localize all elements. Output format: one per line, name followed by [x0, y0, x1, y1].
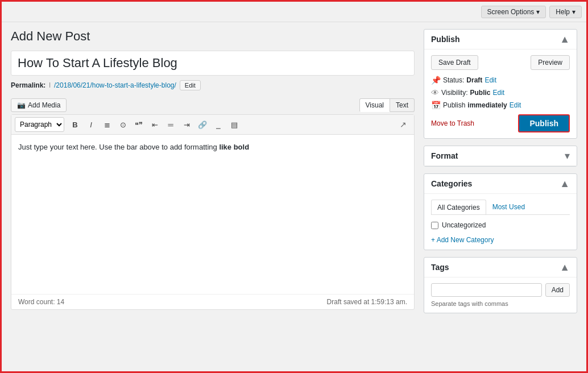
bold-button[interactable]: B — [68, 117, 82, 132]
permalink-url[interactable]: /2018/06/21/how-to-start-a-lifestyle-blo… — [54, 81, 176, 89]
word-count-area: Word count: 14 — [18, 298, 64, 306]
tags-add-button[interactable]: Add — [545, 283, 570, 297]
publish-button[interactable]: Publish — [518, 114, 570, 132]
tab-text[interactable]: Text — [390, 98, 415, 112]
link-button[interactable]: 🔗 — [195, 117, 210, 132]
expand-editor-button[interactable]: ↗ — [396, 117, 411, 132]
permalink-row: Permalink: l /2018/06/21/how-to-start-a-… — [11, 80, 415, 90]
editor-toolbar-top: 📷 Add Media Visual Text — [11, 96, 415, 114]
horizontal-rule-button[interactable]: ⎯ — [211, 117, 226, 132]
help-button[interactable]: Help ▾ — [549, 6, 582, 18]
publish-meta-box: Publish ▲ Save Draft Preview 📌 Status: D… — [424, 29, 577, 139]
publish-time-edit-link[interactable]: Edit — [510, 101, 521, 109]
format-meta-box: Format ▾ — [424, 146, 577, 167]
format-box-header[interactable]: Format ▾ — [424, 146, 577, 166]
status-value: Draft — [466, 76, 482, 84]
categories-box-toggle-icon: ▲ — [560, 179, 570, 189]
top-bar: Screen Options ▾ Help ▾ — [2, 2, 586, 22]
editor-format-bar: Paragraph B I ≣ ⊙ ❝❞ ⇤ ═ ⇥ 🔗 ⎯ ▤ ↗ — [11, 115, 414, 135]
table-button[interactable]: ▤ — [227, 117, 242, 132]
italic-button[interactable]: I — [84, 117, 98, 132]
publish-time-icon: 📅 — [431, 101, 441, 110]
tags-box-body: Add Separate tags with commas — [424, 277, 577, 313]
tags-box-header[interactable]: Tags ▲ — [424, 258, 577, 277]
tags-input-row: Add — [431, 283, 570, 297]
tags-meta-box: Tags ▲ Add Separate tags with commas — [424, 257, 577, 313]
align-right-button[interactable]: ⇥ — [179, 117, 194, 132]
permalink-label: Permalink: — [11, 81, 45, 89]
permalink-edit-button[interactable]: Edit — [180, 80, 201, 90]
categories-box-header[interactable]: Categories ▲ — [424, 174, 577, 194]
page-title: Add New Post — [11, 29, 415, 44]
visibility-icon: 👁 — [431, 88, 439, 97]
help-chevron-icon: ▾ — [572, 8, 575, 16]
publish-time-row: 📅 Publish immediately Edit — [431, 101, 570, 110]
ordered-list-button[interactable]: ⊙ — [115, 117, 130, 132]
right-panel: Publish ▲ Save Draft Preview 📌 Status: D… — [424, 29, 577, 320]
editor-body[interactable]: Just type your text here. Use the bar ab… — [11, 135, 414, 294]
visibility-edit-link[interactable]: Edit — [492, 89, 504, 97]
publish-time-value: immediately — [467, 101, 507, 109]
screen-options-button[interactable]: Screen Options ▾ — [481, 6, 546, 18]
uncategorized-label: Uncategorized — [442, 221, 486, 229]
tags-box-title: Tags — [431, 263, 449, 272]
category-tabs: All Categories Most Used — [431, 200, 570, 215]
all-categories-tab[interactable]: All Categories — [431, 200, 486, 214]
publish-time-label: Publish — [443, 101, 465, 109]
visibility-value: Public — [470, 89, 490, 97]
status-icon: 📌 — [431, 76, 441, 85]
blockquote-button[interactable]: ❝❞ — [131, 117, 146, 132]
post-title-input[interactable] — [11, 51, 415, 76]
unordered-list-button[interactable]: ≣ — [100, 117, 114, 132]
screen-options-label: Screen Options — [487, 8, 535, 16]
preview-button[interactable]: Preview — [531, 55, 570, 70]
status-row: 📌 Status: Draft Edit — [431, 76, 570, 85]
category-list: Uncategorized — [431, 219, 570, 231]
paragraph-select[interactable]: Paragraph — [15, 117, 64, 132]
categories-meta-box: Categories ▲ All Categories Most Used Un… — [424, 173, 577, 250]
draft-saved-status: Draft saved at 1:59:13 am. — [327, 298, 407, 306]
publish-box-header[interactable]: Publish ▲ — [424, 30, 577, 49]
align-center-button[interactable]: ═ — [163, 117, 178, 132]
save-draft-button[interactable]: Save Draft — [431, 55, 478, 70]
list-item: Uncategorized — [431, 219, 570, 231]
visibility-label: Visibility: — [441, 89, 467, 97]
help-label: Help — [556, 8, 570, 16]
add-new-category-link[interactable]: + Add New Category — [431, 236, 494, 244]
format-box-toggle-icon: ▾ — [565, 151, 570, 161]
left-panel: Add New Post Permalink: l /2018/06/21/ho… — [11, 29, 415, 320]
status-label: Status: — [443, 76, 464, 84]
publish-box-body: Save Draft Preview 📌 Status: Draft Edit … — [424, 49, 577, 138]
editor-container: Paragraph B I ≣ ⊙ ❝❞ ⇤ ═ ⇥ 🔗 ⎯ ▤ ↗ — [11, 114, 415, 310]
publish-bottom: Move to Trash Publish — [431, 114, 570, 132]
screen-options-chevron-icon: ▾ — [536, 8, 540, 16]
publish-actions: Save Draft Preview — [431, 55, 570, 70]
visual-text-tabs: Visual Text — [359, 98, 415, 112]
categories-box-body: All Categories Most Used Uncategorized +… — [424, 194, 577, 250]
word-count-value: 14 — [57, 298, 64, 306]
tab-visual[interactable]: Visual — [359, 98, 390, 112]
editor-footer: Word count: 14 Draft saved at 1:59:13 am… — [11, 294, 414, 309]
word-count-label: Word count: — [18, 298, 55, 306]
permalink-prefix: l — [49, 81, 51, 89]
add-media-icon: 📷 — [17, 101, 26, 109]
most-used-tab[interactable]: Most Used — [486, 200, 531, 214]
format-box-title: Format — [431, 151, 458, 160]
status-edit-link[interactable]: Edit — [485, 76, 496, 84]
add-media-button[interactable]: 📷 Add Media — [11, 98, 67, 112]
publish-box-toggle-icon: ▲ — [560, 34, 570, 44]
main-content: Add New Post Permalink: l /2018/06/21/ho… — [2, 22, 586, 327]
uncategorized-checkbox[interactable] — [431, 222, 438, 229]
tags-input[interactable] — [431, 283, 542, 297]
align-left-button[interactable]: ⇤ — [147, 117, 162, 132]
tags-box-toggle-icon: ▲ — [560, 262, 570, 272]
visibility-row: 👁 Visibility: Public Edit — [431, 88, 570, 97]
move-to-trash-link[interactable]: Move to Trash — [431, 119, 474, 127]
categories-box-title: Categories — [431, 179, 472, 188]
add-media-label: Add Media — [28, 101, 60, 109]
tags-hint: Separate tags with commas — [431, 300, 570, 307]
publish-box-title: Publish — [431, 35, 460, 44]
